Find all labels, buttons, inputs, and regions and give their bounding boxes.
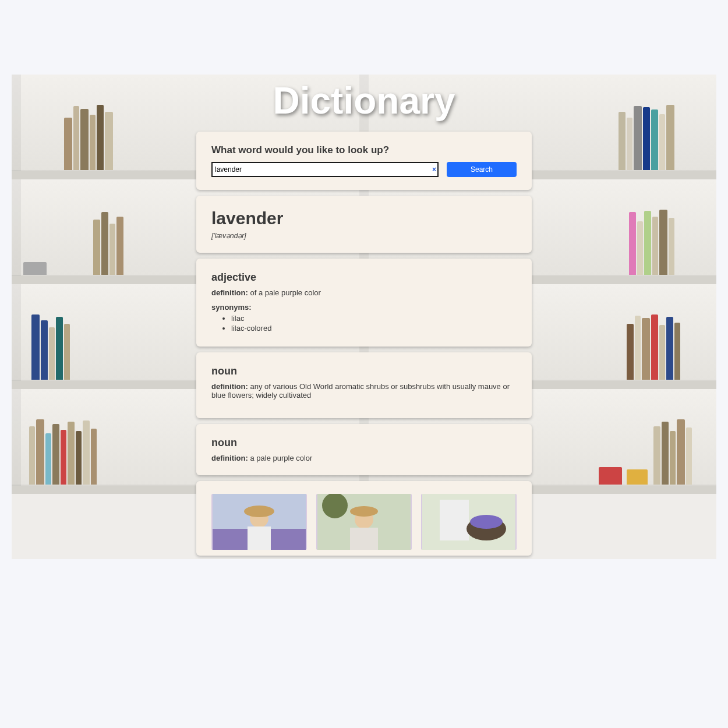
svg-point-13 — [470, 515, 503, 529]
search-input-wrap: × — [211, 162, 439, 177]
svg-rect-4 — [248, 526, 271, 550]
definition-line: definition: of a pale purple color — [211, 288, 517, 297]
search-row: × Search — [211, 162, 517, 177]
search-card: What word would you like to look up? × S… — [196, 132, 532, 190]
search-input[interactable] — [211, 162, 439, 177]
clear-input-icon[interactable]: × — [432, 165, 436, 174]
part-of-speech: noun — [211, 365, 517, 377]
result-image[interactable] — [421, 494, 517, 550]
image-results-card — [196, 481, 532, 556]
search-prompt: What word would you like to look up? — [211, 144, 517, 156]
definition-label: definition: — [211, 454, 248, 462]
synonyms-label: synonyms: — [211, 303, 517, 312]
definition-card: noun definition: any of various Old Worl… — [196, 352, 532, 418]
definition-text: of a pale purple color — [250, 288, 320, 297]
definition-text: any of various Old World aromatic shrubs… — [211, 382, 510, 400]
word-header-card: lavender ['lævəndər] — [196, 196, 532, 253]
definition-text: a pale purple color — [250, 454, 312, 462]
app-title: Dictionary — [12, 75, 716, 122]
result-word: lavender — [211, 208, 517, 228]
synonyms-list: lilac lilac-colored — [211, 314, 517, 333]
definition-card: adjective definition: of a pale purple c… — [196, 259, 532, 347]
svg-point-3 — [244, 506, 274, 517]
result-phonetic: ['lævəndər] — [211, 232, 517, 240]
image-grid — [211, 494, 517, 550]
definition-card: noun definition: a pale purple color — [196, 424, 532, 475]
svg-rect-11 — [440, 500, 469, 540]
svg-rect-9 — [350, 528, 378, 550]
part-of-speech: noun — [211, 437, 517, 449]
part-of-speech: adjective — [211, 271, 517, 284]
definition-line: definition: any of various Old World aro… — [211, 382, 517, 400]
app-stage: Dictionary What word would you like to l… — [12, 75, 716, 559]
definition-label: definition: — [211, 382, 248, 391]
result-image[interactable] — [316, 494, 412, 550]
svg-point-8 — [350, 506, 378, 517]
result-image[interactable] — [211, 494, 307, 550]
content-column: What word would you like to look up? × S… — [196, 132, 532, 556]
definition-label: definition: — [211, 288, 248, 297]
synonym-item: lilac-colored — [231, 324, 517, 333]
definition-line: definition: a pale purple color — [211, 454, 517, 462]
search-button[interactable]: Search — [447, 162, 517, 177]
svg-point-6 — [322, 494, 348, 518]
synonym-item: lilac — [231, 314, 517, 323]
